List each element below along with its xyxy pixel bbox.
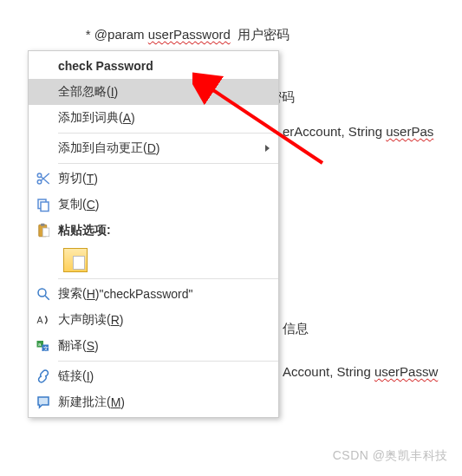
menu-search[interactable]: 搜索(H)"checkPassword" — [29, 281, 278, 307]
menu-separator — [58, 133, 278, 134]
background-code-1: erAccount, String userPas — [283, 124, 433, 139]
accel-key: S — [87, 339, 94, 353]
label-text: ) — [156, 141, 160, 155]
svg-text:文: 文 — [43, 345, 49, 351]
text: * @param — [82, 27, 148, 42]
accel-key: R — [111, 313, 120, 327]
svg-rect-5 — [41, 224, 45, 226]
menu-add-to-autocorrect[interactable]: 添加到自动更正(D) — [29, 135, 278, 161]
svg-text:A: A — [37, 315, 43, 325]
svg-point-1 — [37, 180, 42, 185]
label-text: ) — [94, 339, 99, 353]
link-icon — [29, 363, 58, 389]
svg-point-0 — [37, 173, 42, 178]
label-text: 大声朗读( — [58, 312, 111, 328]
accel-key: H — [87, 287, 95, 301]
comment-icon — [29, 389, 58, 415]
param-userPassword: userPassword — [148, 27, 231, 42]
label-text: 添加到自动更正( — [58, 140, 147, 156]
menu-ignore-all[interactable]: 全部忽略(I) — [29, 79, 278, 105]
submenu-arrow-icon — [265, 145, 270, 152]
label-text: 链接( — [58, 368, 87, 384]
accel-key: D — [147, 141, 156, 155]
text: userPassw — [374, 364, 438, 379]
menu-cut[interactable]: 剪切(T) — [29, 166, 278, 192]
paste-options-row — [29, 244, 278, 277]
translate-icon: a文 — [29, 333, 58, 359]
background-code-2: 信息 — [283, 321, 309, 337]
label-text: ) — [114, 85, 119, 99]
label-text: 翻译( — [58, 338, 87, 354]
suggestion-label: check Password — [58, 59, 153, 73]
menu-paste-options-header: 粘贴选项: — [29, 218, 278, 244]
label-text: 全部忽略( — [58, 84, 111, 100]
label-text: 复制( — [58, 197, 87, 212]
search-icon — [29, 281, 58, 307]
paste-keep-source-button[interactable] — [63, 248, 88, 272]
label-text: ) — [120, 313, 124, 327]
menu-copy[interactable]: 复制(C) — [29, 192, 278, 218]
label-text: 搜索( — [58, 286, 87, 302]
menu-translate[interactable]: a文 翻译(S) — [29, 333, 278, 359]
icon-placeholder — [29, 135, 58, 161]
accel-key: C — [87, 198, 95, 212]
label-text: ) — [131, 111, 135, 125]
read-aloud-icon: A — [29, 307, 58, 333]
label-text: 添加到词典( — [58, 110, 123, 126]
accel-key: T — [87, 172, 94, 186]
menu-separator — [58, 163, 278, 164]
label-text: ) — [94, 172, 98, 186]
label-text: )"checkPassword" — [95, 287, 193, 301]
icon-placeholder — [29, 53, 58, 79]
menu-suggestion[interactable]: check Password — [29, 53, 278, 79]
clipboard-icon — [29, 218, 58, 244]
label-text: ) — [95, 198, 100, 212]
menu-add-to-dictionary[interactable]: 添加到词典(A) — [29, 105, 278, 131]
background-code-3: Account, String userPassw — [283, 364, 438, 379]
label-text: ) — [120, 395, 125, 409]
menu-separator — [58, 361, 278, 362]
scissors-icon — [29, 166, 58, 192]
text: 用户密码 — [231, 27, 290, 42]
context-menu: check Password 全部忽略(I) 添加到词典(A) 添加到自动更正(… — [28, 50, 279, 418]
text: erAccount, String — [283, 124, 386, 139]
icon-placeholder — [29, 79, 58, 105]
accel-key: A — [123, 111, 131, 125]
text: 信息 — [283, 321, 309, 336]
menu-new-comment[interactable]: 新建批注(M) — [29, 389, 278, 415]
text: Account, String — [283, 364, 374, 379]
label-text: 新建批注( — [58, 394, 111, 410]
label-text: 粘贴选项: — [58, 223, 111, 238]
menu-read-aloud[interactable]: A 大声朗读(R) — [29, 307, 278, 333]
label-text: 剪切( — [58, 171, 87, 186]
text: userPas — [386, 124, 433, 139]
copy-icon — [29, 192, 58, 218]
label-text: ) — [90, 369, 94, 383]
svg-rect-3 — [41, 202, 49, 212]
menu-link[interactable]: 链接(I) — [29, 363, 278, 389]
icon-placeholder — [29, 105, 58, 131]
sheet-icon — [73, 256, 85, 270]
accel-key: M — [111, 395, 121, 409]
watermark: CSDN @奥凯丰科技 — [333, 448, 448, 464]
svg-point-7 — [38, 289, 46, 297]
svg-rect-6 — [42, 228, 49, 237]
menu-separator — [58, 278, 278, 279]
